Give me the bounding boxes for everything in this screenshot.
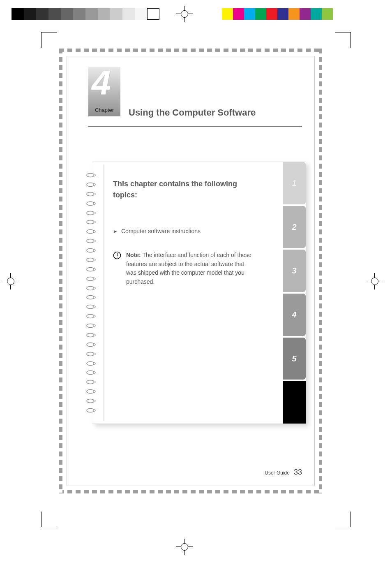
svg-point-2 [94, 193, 96, 195]
svg-point-13 [94, 296, 96, 299]
tab-1[interactable]: 1 [283, 162, 306, 204]
svg-point-5 [94, 221, 96, 223]
svg-point-19 [94, 353, 96, 355]
tab-3[interactable]: 3 [283, 250, 306, 292]
inner-page: 4 Chapter Using the Computer Software Th… [67, 56, 315, 486]
registration-mark-icon [176, 539, 193, 555]
registration-mark-icon [2, 273, 19, 289]
footer-label: User Guide [265, 470, 290, 476]
spiral-binding-icon [86, 172, 96, 414]
divider [88, 126, 302, 127]
tab-4[interactable]: 4 [283, 294, 306, 336]
tab-6[interactable] [283, 381, 306, 424]
chapter-block: 4 Chapter [88, 67, 120, 116]
svg-point-7 [94, 240, 96, 242]
svg-point-14 [94, 306, 96, 308]
registration-mark-icon [367, 273, 383, 289]
svg-point-0 [94, 174, 96, 176]
bullet-glyph-icon: ➤ [113, 229, 117, 234]
crop-mark-icon [41, 32, 57, 48]
svg-point-25 [94, 410, 96, 412]
bullet-item: ➤ Computer software instructions [113, 228, 252, 234]
svg-point-12 [94, 287, 96, 289]
chapter-title: Using the Computer Software [129, 107, 256, 118]
svg-point-10 [94, 268, 96, 270]
svg-point-15 [94, 315, 96, 317]
svg-point-21 [94, 372, 96, 374]
tab-5[interactable]: 5 [283, 338, 306, 380]
svg-point-16 [94, 325, 96, 327]
svg-point-17 [94, 334, 96, 336]
chapter-label: Chapter [95, 107, 114, 113]
svg-point-9 [94, 259, 96, 261]
attention-icon [113, 251, 121, 259]
svg-point-22 [94, 381, 96, 383]
svg-point-11 [94, 278, 96, 280]
svg-point-4 [94, 212, 96, 214]
notebook-card: This chapter contains the following topi… [92, 162, 306, 424]
chapter-number: 4 [92, 63, 109, 103]
svg-point-3 [94, 202, 96, 204]
page-frame: 4 Chapter Using the Computer Software Th… [59, 49, 322, 493]
page-footer: User Guide 33 [265, 468, 302, 477]
crop-mark-icon [41, 512, 57, 527]
note-label: Note: [126, 252, 141, 258]
page-number: 33 [294, 468, 302, 477]
registration-mark-icon [176, 6, 193, 22]
notebook-heading: This chapter contains the following topi… [113, 178, 252, 201]
note-body: The interface and function of each of th… [126, 252, 251, 285]
svg-point-6 [94, 231, 96, 233]
note-block: Note: The interface and function of each… [113, 251, 252, 287]
svg-point-24 [94, 400, 96, 402]
svg-point-8 [94, 250, 96, 252]
svg-point-1 [94, 184, 96, 186]
tab-2[interactable]: 2 [283, 206, 306, 248]
calibration-bar [0, 8, 392, 20]
svg-point-20 [94, 362, 96, 364]
svg-rect-28 [117, 257, 118, 257]
crop-mark-icon [335, 512, 351, 527]
tab-strip: 1 2 3 4 5 [283, 162, 306, 424]
svg-point-23 [94, 391, 96, 393]
svg-point-18 [94, 343, 96, 345]
bullet-text: Computer software instructions [121, 228, 201, 234]
svg-rect-27 [117, 253, 118, 256]
divider [88, 128, 302, 128]
crop-mark-icon [335, 32, 351, 48]
note-text: Note: The interface and function of each… [126, 251, 252, 287]
